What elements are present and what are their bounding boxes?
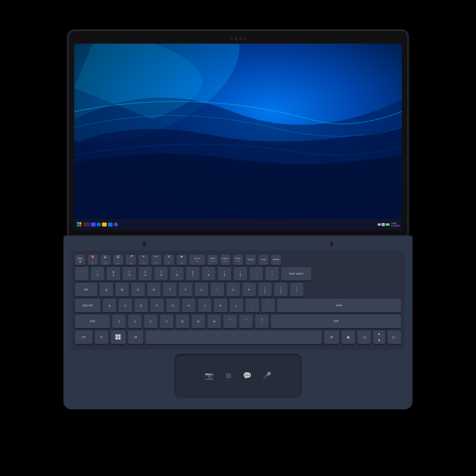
svg-rect-9 [118,337,121,340]
key-f4[interactable]: 🎤F4 [125,254,136,265]
key-q[interactable]: Q [99,282,113,297]
key-k[interactable]: K [213,298,228,313]
key-4[interactable]: $4 [138,267,152,281]
key-f7[interactable]: ⊞F7 [163,254,175,265]
key-esc[interactable]: Esc🔒 [75,254,86,265]
key-home[interactable]: home [245,254,256,265]
key-enter[interactable]: enter [277,298,401,313]
key-f2[interactable]: 🔉F2 [100,254,111,265]
key-x[interactable]: X [128,314,142,328]
key-9[interactable]: (9 [217,267,232,281]
trackpad[interactable]: 📷 🖥 💬 🎤 [175,354,301,397]
sensor-dot-2 [240,38,242,40]
edge-icon[interactable] [97,223,101,226]
camera-lens [235,37,238,40]
windows-start-icon[interactable] [77,222,82,227]
key-arrow-left[interactable]: ◁ [357,330,371,344]
key-u[interactable]: U [194,282,209,297]
key-g[interactable]: G [166,298,180,313]
key-ctrl[interactable]: ctrl [75,330,93,344]
key-m[interactable]: M [207,314,221,328]
camera-bar [74,35,402,42]
key-b[interactable]: B [175,314,190,328]
key-shift-left[interactable]: shift [75,314,110,328]
key-1[interactable]: !1 [90,267,105,281]
keyboard-base: Esc🔒 🔇F1 🔉F2 🔊F3 🎤F4 ☀-F5 ☀+F6 ⊞F7 ▶F8 p… [63,235,413,409]
key-f9-prtsc[interactable]: prt scF9 [189,254,205,265]
key-delete[interactable]: delete [271,254,282,265]
key-f6[interactable]: ☀+F6 [151,254,162,265]
key-arrow-right[interactable]: ▷ [387,330,401,344]
key-v[interactable]: V [159,314,174,328]
key-j[interactable]: J [198,298,212,313]
svg-rect-4 [77,225,79,226]
key-f10[interactable]: insertF10 [207,254,218,265]
key-n[interactable]: N [191,314,205,328]
key-lbracket[interactable]: {[ [258,282,272,297]
clock: 12:001/1/2024 [391,222,399,227]
key-slash[interactable]: ?/ [255,314,269,328]
key-capslock[interactable]: caps lock [75,298,101,313]
mail-icon[interactable] [108,223,113,226]
taskbar: 12:001/1/2024 [74,219,402,230]
key-period[interactable]: >. [239,314,253,328]
key-f11[interactable]: insertF11 [220,254,231,265]
key-comma[interactable]: <, [223,314,237,328]
explorer-icon[interactable] [102,223,107,226]
key-windows[interactable] [110,330,126,344]
key-end[interactable]: end [258,254,269,265]
key-semicolon[interactable]: :; [245,298,259,313]
key-o[interactable]: O [226,282,240,297]
key-backtick[interactable]: ~` [75,267,89,281]
key-f3[interactable]: 🔊F3 [113,254,124,265]
key-fn[interactable]: fn [94,330,109,344]
key-8[interactable]: *8 [202,267,216,281]
zxcv-row: shift Z X C V B N M <, >. ?/ shift [75,314,401,328]
hinge-dot-left [143,242,146,246]
key-arrow-up-down[interactable]: ▲ ▼ [373,330,386,344]
taskview-icon[interactable] [91,223,96,226]
key-p[interactable]: P [242,282,256,297]
key-f1[interactable]: 🔇F1 [87,254,98,265]
key-space[interactable] [145,330,322,344]
key-f5[interactable]: ☀-F5 [138,254,149,265]
key-y[interactable]: Y [178,282,193,297]
key-tab[interactable]: tab [75,282,98,297]
key-z[interactable]: Z [112,314,126,328]
key-5[interactable]: %5 [154,267,168,281]
key-c[interactable]: C [144,314,158,328]
key-7[interactable]: &7 [186,267,200,281]
key-d[interactable]: D [134,298,148,313]
key-0[interactable]: )0 [233,267,248,281]
key-t[interactable]: T [163,282,177,297]
asdf-row: caps lock A S D F G H J K L :; "' enter [75,298,401,313]
teams-icon[interactable] [114,223,118,226]
key-alt-left[interactable]: alt [128,330,144,344]
key-l[interactable]: L [229,298,244,313]
key-alt-right[interactable]: alt [324,330,340,344]
key-backslash[interactable]: |\ [290,282,304,297]
key-f8[interactable]: ▶F8 [176,254,187,265]
key-6[interactable]: ^6 [170,267,184,281]
search-taskbar-icon[interactable] [83,223,90,226]
key-f12[interactable]: homeF12 [232,254,244,265]
key-i[interactable]: I [210,282,225,297]
key-quote[interactable]: "' [261,298,275,313]
key-a[interactable]: A [102,298,117,313]
key-w[interactable]: W [115,282,129,297]
key-r[interactable]: R [147,282,161,297]
key-minus[interactable]: _- [249,267,263,281]
key-rbracket[interactable]: }] [274,282,288,297]
key-3[interactable]: #3 [122,267,136,281]
key-s[interactable]: S [118,298,132,313]
svg-rect-8 [115,337,118,340]
key-h[interactable]: H [182,298,196,313]
key-backspace[interactable]: back space [281,267,312,281]
key-context[interactable]: ◉ [341,330,355,344]
key-2[interactable]: @2 [106,267,121,281]
hinge-area [71,242,405,246]
key-equals[interactable]: += [265,267,279,281]
key-f[interactable]: F [150,298,164,313]
key-shift-right[interactable]: shift [271,314,401,328]
key-e[interactable]: E [131,282,145,297]
